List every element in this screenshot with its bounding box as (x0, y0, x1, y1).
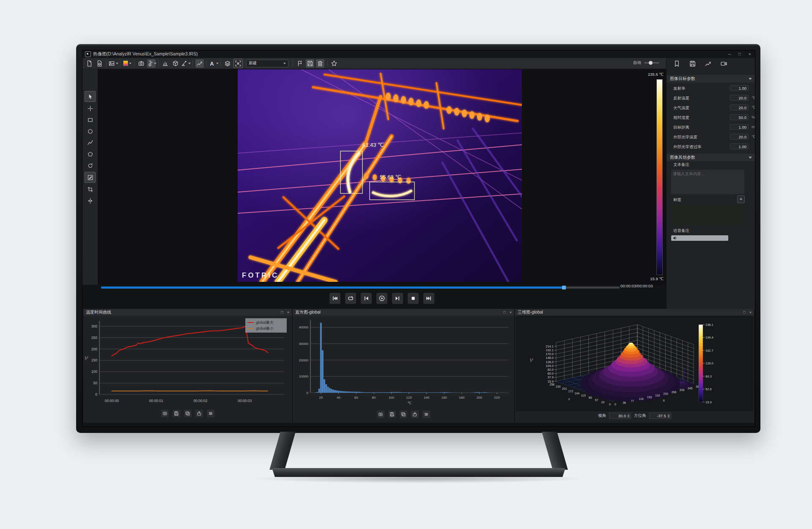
panel-float-button[interactable]: □ (503, 309, 505, 316)
azimuth-input[interactable]: -37.5 (649, 413, 671, 419)
crop-button[interactable] (85, 184, 95, 194)
param-value-input[interactable]: 50.0 (730, 114, 749, 120)
param-value-input[interactable]: 1.00 (730, 124, 749, 130)
svg-text:00:00:02: 00:00:02 (193, 399, 207, 403)
voice-note-player[interactable] (671, 235, 728, 241)
auto-scale-control[interactable]: 自动 (633, 60, 659, 66)
param-label: 发射率 (673, 86, 686, 91)
panel-close-button[interactable]: × (510, 309, 512, 316)
spot-icon (87, 105, 93, 112)
tags-label: 标签 (673, 197, 681, 203)
save-button[interactable] (306, 59, 314, 68)
preset-select[interactable]: 新建 (246, 60, 288, 67)
flag-button[interactable] (296, 59, 304, 68)
section-other-params[interactable]: 图像其他参数 (667, 154, 755, 161)
svg-text:126.0: 126.0 (705, 361, 713, 365)
param-value-input[interactable]: 1.00 (730, 85, 749, 91)
fit-screen-button[interactable] (233, 59, 243, 68)
trend-button[interactable] (195, 59, 204, 68)
chart-export-button[interactable] (195, 410, 203, 417)
panel-float-button[interactable]: □ (743, 309, 745, 316)
polyline-button[interactable] (85, 138, 95, 148)
step-forward-button[interactable] (392, 293, 403, 304)
chart-settings-button[interactable] (207, 410, 214, 417)
maximize-button[interactable]: □ (735, 52, 745, 56)
image-canvas: 61.43 ℃ 55.63 ℃ FOTRIC 235.6 ℃ 15.9 ℃ (98, 69, 666, 285)
image-button[interactable] (109, 59, 118, 68)
param-value-input[interactable]: 20.0 (730, 95, 749, 101)
bar-chart-button[interactable] (161, 59, 170, 68)
svg-text:230: 230 (663, 392, 668, 395)
param-value-input[interactable]: 20.0 (730, 105, 749, 110)
slider-knob[interactable] (649, 61, 653, 65)
bookmark-button[interactable] (673, 60, 680, 67)
svg-text:52.6: 52.6 (705, 387, 712, 391)
skip-end-button[interactable] (423, 293, 434, 304)
thermal-image[interactable]: 61.43 ℃ 55.63 ℃ FOTRIC (238, 69, 522, 282)
video-button[interactable] (720, 60, 727, 67)
polygon-button[interactable] (85, 149, 95, 159)
text-note-input[interactable] (671, 170, 744, 194)
fotric-logo: FOTRIC (242, 271, 279, 279)
cube-button[interactable] (171, 59, 180, 68)
mirror-button[interactable] (85, 196, 95, 206)
step-back-button[interactable] (361, 293, 372, 304)
ellipse-tool-button[interactable] (85, 126, 95, 136)
capture-button[interactable] (137, 59, 145, 68)
chart-save-button[interactable] (173, 410, 180, 417)
temp-alarm-button[interactable] (147, 59, 156, 68)
trend-button[interactable] (705, 60, 712, 67)
palette-button[interactable] (123, 59, 132, 68)
param-row: 大气温度20.0℃ (667, 104, 755, 113)
rect-tool-button[interactable] (85, 115, 95, 125)
legend-label: global最大 (256, 320, 274, 325)
text-button[interactable]: A (209, 59, 218, 68)
chart-settings-button[interactable] (422, 411, 430, 418)
edit-button[interactable] (85, 172, 96, 183)
param-value-input[interactable]: 20.0 (730, 134, 749, 140)
chart-export-button[interactable] (411, 411, 419, 418)
panel-close-button[interactable]: × (287, 309, 289, 316)
timeline-handle[interactable] (562, 286, 566, 289)
panel-title: 三维图-global (518, 309, 543, 315)
svg-text:120: 120 (406, 396, 412, 400)
svg-text:345: 345 (688, 387, 693, 390)
spinner-icon[interactable] (667, 414, 670, 418)
auto-slider[interactable] (644, 62, 659, 63)
annotation-toolstrip (82, 69, 98, 285)
chart-copy-button[interactable] (400, 411, 407, 418)
layers-button[interactable] (223, 59, 232, 68)
spinner-icon[interactable] (627, 414, 630, 418)
panel-close-button[interactable]: × (749, 309, 752, 316)
chart-save-button[interactable] (388, 411, 396, 418)
chart-snapshot-button[interactable] (161, 410, 169, 417)
close-button[interactable]: × (745, 52, 755, 56)
loop-button[interactable] (345, 293, 356, 304)
add-tag-button[interactable]: + (737, 196, 745, 203)
svg-text:230: 230 (556, 385, 561, 388)
svg-text:℃: ℃ (85, 356, 89, 360)
section-target-params[interactable]: 图像目标参数 (667, 75, 755, 83)
stop-button[interactable] (408, 293, 419, 304)
panel-float-button[interactable]: □ (281, 309, 283, 316)
tags-box[interactable] (671, 204, 744, 225)
view-angle-input[interactable]: 30.0 (609, 413, 631, 419)
measure-button[interactable] (181, 59, 190, 68)
spot-button[interactable] (85, 103, 95, 113)
chart-snapshot-button[interactable] (377, 411, 384, 418)
crop-icon (87, 186, 93, 193)
star-button[interactable] (330, 59, 338, 68)
rotate-button[interactable] (85, 160, 95, 171)
chart-copy-button[interactable] (184, 410, 192, 417)
select-button[interactable] (85, 91, 96, 102)
doc-gear-button[interactable] (95, 59, 104, 68)
chevron-down-icon (283, 63, 286, 64)
new-doc-button[interactable] (85, 59, 93, 68)
minimize-button[interactable]: ─ (724, 52, 735, 56)
play-button[interactable] (376, 293, 387, 304)
trash-button[interactable] (316, 59, 324, 68)
skip-start-button[interactable] (329, 293, 340, 304)
timeline-track[interactable] (101, 287, 620, 289)
save-button[interactable] (689, 60, 696, 67)
param-value-input[interactable]: 1.00 (730, 143, 749, 149)
